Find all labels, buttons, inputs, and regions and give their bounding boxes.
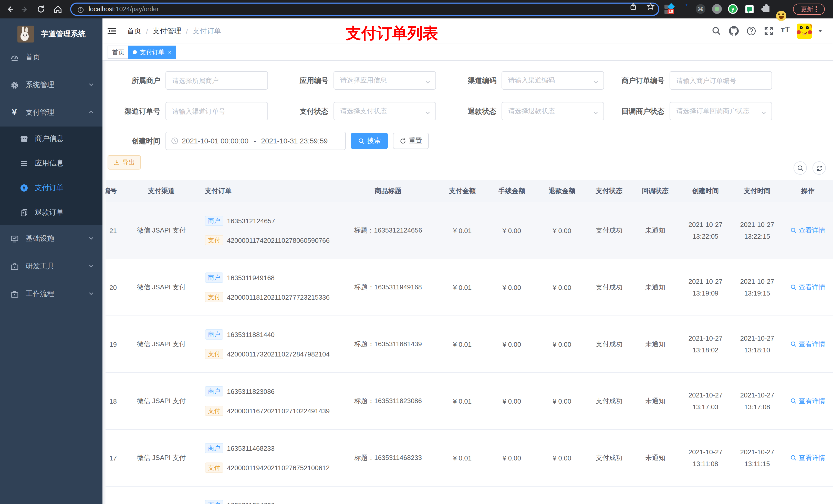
avatar-dropdown-icon[interactable] — [818, 30, 822, 32]
active-tab-dot — [133, 50, 137, 54]
tab-home[interactable]: 首页 — [108, 46, 129, 59]
view-detail-link[interactable]: 查看详情 — [790, 453, 825, 462]
table-row[interactable]: 19 微信 JSAPI 支付 商户1635311881440 支付4200001… — [102, 316, 833, 373]
refresh-button[interactable] — [812, 161, 826, 175]
bookmark-star-icon[interactable] — [646, 3, 655, 11]
sidebar-item-system[interactable]: 系统管理 — [0, 71, 102, 99]
user-avatar[interactable] — [796, 24, 812, 39]
browser-forward-icon[interactable] — [20, 5, 29, 14]
sidebar: 芋道管理系统 首页 系统管理 ¥ 支付管理 商户信息 — [0, 19, 102, 504]
app-id-select[interactable]: 请选择应用信息 — [334, 71, 436, 90]
sidebar-item-refund-order[interactable]: 退款订单 — [0, 200, 102, 225]
extension-collection-icon[interactable]: 10 — [664, 4, 675, 14]
view-detail-link[interactable]: 查看详情 — [790, 340, 825, 349]
browser-home-icon[interactable] — [53, 5, 63, 14]
site-info-icon[interactable] — [77, 6, 84, 13]
address-bar[interactable]: localhost:1024/pay/order — [70, 3, 659, 16]
sidebar-item-app-info[interactable]: 应用信息 — [0, 151, 102, 176]
browser-reload-icon[interactable] — [37, 5, 46, 14]
dashboard-icon — [9, 53, 20, 62]
merchant-tag: 商户 — [205, 386, 223, 397]
filter-merchant-order-no: 商户订单编号 — [609, 71, 777, 90]
filter-app-id: 应用编号 请选择应用信息 — [273, 71, 441, 90]
col-pay-order: 支付订单 — [200, 187, 338, 196]
sidebar-item-merchant-info[interactable]: 商户信息 — [0, 126, 102, 151]
browser-menu-icon[interactable] — [816, 6, 817, 12]
sidebar-item-payment[interactable]: ¥ 支付管理 — [0, 99, 102, 126]
date-range-start[interactable]: 2021-10-01 00:00:00 — [182, 137, 248, 145]
chevron-down-icon — [88, 81, 94, 89]
col-title: 商品标题 — [338, 187, 438, 196]
search-icon[interactable] — [712, 26, 721, 36]
logo-rabbit-image — [18, 26, 34, 43]
sidebar-menu: 首页 系统管理 ¥ 支付管理 商户信息 应用信息 — [0, 44, 102, 308]
chevron-down-icon — [88, 262, 94, 270]
table-row[interactable]: 20 微信 JSAPI 支付 商户1635311949168 支付4200001… — [102, 259, 833, 316]
chevron-down-icon — [88, 235, 94, 243]
breadcrumb: 首页 / 支付管理 / 支付订单 — [127, 27, 221, 36]
channel-order-no-input[interactable] — [165, 102, 268, 120]
page-title: 支付订单列表 — [346, 23, 438, 44]
svg-text:¥: ¥ — [23, 186, 25, 191]
sidebar-item-workflow[interactable]: 工作流程 — [0, 280, 102, 308]
date-range-end[interactable]: 2021-10-31 23:59:59 — [261, 137, 328, 145]
status-text: 支付成功 — [587, 453, 631, 462]
filter-notify-status: 回调商户状态 请选择订单回调商户状态 — [609, 102, 777, 120]
extensions-puzzle-icon[interactable] — [763, 6, 769, 12]
app-window: localhost:1024/pay/order 10 ⌘ y 更新 — [0, 0, 833, 504]
table-header-row: 编号 支付渠道 支付订单 商品标题 支付金额 手续金额 退款金额 支付状态 回调… — [102, 180, 833, 202]
sidebar-logo[interactable]: 芋道管理系统 — [0, 22, 102, 47]
extension-chat-icon[interactable] — [745, 5, 754, 13]
status-text: 支付成功 — [587, 283, 631, 292]
col-refund: 退款金额 — [537, 187, 587, 196]
sidebar-fold-icon[interactable] — [107, 26, 117, 36]
channel-code-select[interactable]: 请输入渠道编码 — [502, 71, 604, 90]
browser-update-button[interactable]: 更新 — [793, 4, 825, 15]
notify-status-select[interactable]: 请选择订单回调商户状态 — [670, 102, 772, 120]
breadcrumb-home[interactable]: 首页 — [127, 27, 141, 36]
filter-merchant: 所属商户 — [105, 71, 273, 90]
merchant-order-no-input[interactable] — [670, 71, 772, 90]
font-size-icon[interactable]: тT — [781, 25, 790, 35]
breadcrumb-payment[interactable]: 支付管理 — [153, 27, 181, 36]
table-row[interactable]: 18 微信 JSAPI 支付 商户1635311823086 支付4200001… — [102, 373, 833, 430]
view-detail-link[interactable]: 查看详情 — [790, 226, 825, 235]
github-icon[interactable] — [729, 26, 739, 36]
breadcrumb-current: 支付订单 — [193, 27, 221, 36]
extension-command-icon[interactable]: ⌘ — [696, 4, 706, 14]
sidebar-item-infrastructure[interactable]: 基础设施 — [0, 225, 102, 253]
top-navbar: 首页 / 支付管理 / 支付订单 支付订单列表 тT — [102, 19, 833, 44]
pay-status-select[interactable]: 请选择支付状态 — [334, 102, 436, 120]
share-icon[interactable] — [629, 3, 637, 11]
main-area: 首页 / 支付管理 / 支付订单 支付订单列表 тT — [102, 19, 833, 504]
select-arrow-icon — [593, 78, 599, 87]
pay-tag: 支付 — [205, 292, 223, 302]
merchant-input[interactable] — [165, 71, 268, 90]
table-row[interactable]: 17 微信 JSAPI 支付 商户1635311468233 支付4200001… — [102, 430, 833, 486]
date-range-picker[interactable]: 2021-10-01 00:00:00 - 2021-10-31 23:59:5… — [165, 131, 346, 150]
table-row[interactable]: 21 微信 JSAPI 支付 商户1635312124657 支付4200001… — [102, 202, 833, 259]
search-button[interactable]: 搜索 — [351, 133, 388, 149]
extension-record-icon[interactable] — [712, 4, 722, 14]
help-icon[interactable] — [746, 26, 756, 36]
select-arrow-icon — [425, 109, 431, 118]
reset-button[interactable]: 重置 — [393, 133, 429, 149]
browser-back-icon[interactable] — [6, 5, 15, 14]
fullscreen-icon[interactable] — [764, 26, 774, 36]
filter-channel-order-no: 渠道订单号 — [105, 102, 273, 120]
close-icon[interactable]: × — [168, 49, 171, 55]
table-row-partial[interactable]: 商户1635311254736 — [102, 486, 833, 504]
tab-pay-order[interactable]: 支付订单 × — [128, 46, 176, 59]
sidebar-item-home[interactable]: 首页 — [0, 44, 102, 71]
extension-y-icon[interactable]: y — [728, 4, 738, 14]
export-button[interactable]: 导出 — [108, 155, 141, 170]
store-icon — [19, 135, 29, 143]
view-detail-link[interactable]: 查看详情 — [790, 397, 825, 406]
refund-status-select[interactable]: 请选择退款状态 — [502, 102, 604, 120]
profile-avatar-icon[interactable] — [776, 11, 786, 21]
sidebar-item-dev-tools[interactable]: 研发工具 — [0, 253, 102, 280]
view-detail-link[interactable]: 查看详情 — [790, 283, 825, 292]
sidebar-item-pay-order[interactable]: ¥ 支付订单 — [0, 176, 102, 200]
clock-icon — [171, 137, 178, 144]
toggle-search-button[interactable] — [793, 161, 807, 175]
